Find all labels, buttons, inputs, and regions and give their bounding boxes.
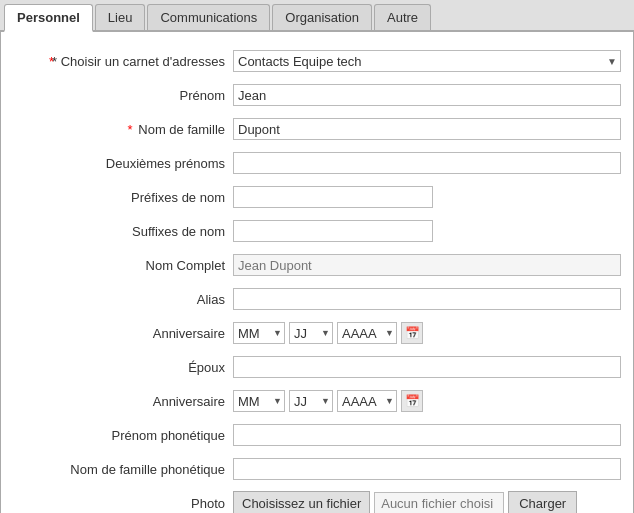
anniversary-date-row: MM ▼ JJ ▼ AAAA ▼ 📅 — [233, 390, 423, 412]
name-suffix-label: Suffixes de nom — [13, 224, 233, 239]
photo-controls: Choisissez un fichier Aucun fichier choi… — [233, 491, 577, 513]
upload-button[interactable]: Charger — [508, 491, 577, 513]
middle-name-row: Deuxièmes prénoms — [13, 150, 621, 176]
middle-name-label: Deuxièmes prénoms — [13, 156, 233, 171]
phonetic-last-input[interactable] — [233, 458, 621, 480]
anniversary-label: Anniversaire — [13, 394, 233, 409]
choose-file-button[interactable]: Choisissez un fichier — [233, 491, 370, 513]
tab-bar: Personnel Lieu Communications Organisati… — [0, 0, 634, 32]
birthday-row: Anniversaire MM ▼ JJ ▼ AAAA ▼ 📅 — [13, 320, 621, 346]
name-suffix-input[interactable] — [233, 220, 433, 242]
phonetic-first-row: Prénom phonétique — [13, 422, 621, 448]
birthday-aaaa-wrapper: AAAA ▼ — [337, 322, 397, 344]
birthday-mm-wrapper: MM ▼ — [233, 322, 285, 344]
name-prefix-input[interactable] — [233, 186, 433, 208]
last-name-input[interactable] — [233, 118, 621, 140]
first-name-input[interactable] — [233, 84, 621, 106]
photo-row: Photo Choisissez un fichier Aucun fichie… — [13, 490, 621, 513]
anniversary-mm-wrapper: MM ▼ — [233, 390, 285, 412]
no-file-chosen-label: Aucun fichier choisi — [374, 492, 504, 513]
first-name-label: Prénom — [13, 88, 233, 103]
last-name-required-star: * — [128, 122, 133, 137]
phonetic-first-input[interactable] — [233, 424, 621, 446]
tab-communications[interactable]: Communications — [147, 4, 270, 30]
birthday-mm-select[interactable]: MM — [233, 322, 285, 344]
address-book-label: ** Choisir un carnet d'adresses — [13, 54, 233, 69]
full-name-input — [233, 254, 621, 276]
address-book-select-wrapper: Contacts Equipe tech ▼ — [233, 50, 621, 72]
address-book-row: ** Choisir un carnet d'adresses Contacts… — [13, 48, 621, 74]
anniversary-row: Anniversaire MM ▼ JJ ▼ AAAA ▼ 📅 — [13, 388, 621, 414]
birthday-calendar-icon[interactable]: 📅 — [401, 322, 423, 344]
alias-row: Alias — [13, 286, 621, 312]
spouse-input[interactable] — [233, 356, 621, 378]
phonetic-first-label: Prénom phonétique — [13, 428, 233, 443]
name-suffix-row: Suffixes de nom — [13, 218, 621, 244]
tab-organisation[interactable]: Organisation — [272, 4, 372, 30]
birthday-jj-select[interactable]: JJ — [289, 322, 333, 344]
anniversary-aaaa-wrapper: AAAA ▼ — [337, 390, 397, 412]
first-name-row: Prénom — [13, 82, 621, 108]
anniversary-jj-wrapper: JJ ▼ — [289, 390, 333, 412]
last-name-label: * Nom de famille — [13, 122, 233, 137]
address-book-select[interactable]: Contacts Equipe tech — [233, 50, 621, 72]
middle-name-input[interactable] — [233, 152, 621, 174]
birthday-label: Anniversaire — [13, 326, 233, 341]
anniversary-mm-select[interactable]: MM — [233, 390, 285, 412]
birthday-date-row: MM ▼ JJ ▼ AAAA ▼ 📅 — [233, 322, 423, 344]
tab-personnel[interactable]: Personnel — [4, 4, 93, 32]
birthday-aaaa-select[interactable]: AAAA — [337, 322, 397, 344]
spouse-row: Époux — [13, 354, 621, 380]
phonetic-last-label: Nom de famille phonétique — [13, 462, 233, 477]
tab-lieu[interactable]: Lieu — [95, 4, 146, 30]
full-name-label: Nom Complet — [13, 258, 233, 273]
phonetic-last-row: Nom de famille phonétique — [13, 456, 621, 482]
anniversary-calendar-icon[interactable]: 📅 — [401, 390, 423, 412]
anniversary-aaaa-select[interactable]: AAAA — [337, 390, 397, 412]
name-prefix-label: Préfixes de nom — [13, 190, 233, 205]
tab-autre[interactable]: Autre — [374, 4, 431, 30]
alias-label: Alias — [13, 292, 233, 307]
birthday-jj-wrapper: JJ ▼ — [289, 322, 333, 344]
alias-input[interactable] — [233, 288, 621, 310]
name-prefix-row: Préfixes de nom — [13, 184, 621, 210]
personnel-form: ** Choisir un carnet d'adresses Contacts… — [0, 32, 634, 513]
anniversary-jj-select[interactable]: JJ — [289, 390, 333, 412]
photo-label: Photo — [13, 496, 233, 511]
full-name-row: Nom Complet — [13, 252, 621, 278]
last-name-row: * Nom de famille — [13, 116, 621, 142]
spouse-label: Époux — [13, 360, 233, 375]
